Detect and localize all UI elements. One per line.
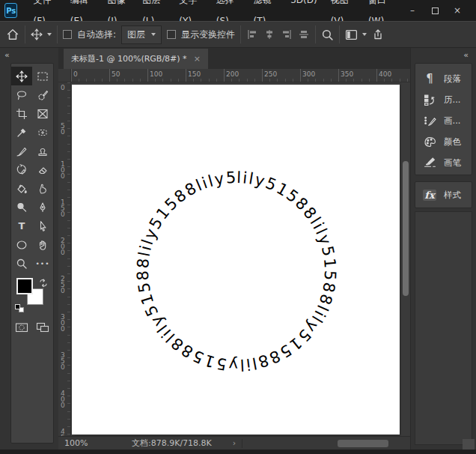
default-colors-icon[interactable] — [15, 304, 25, 313]
collapse-panels-icon[interactable]: « — [463, 50, 469, 60]
show-transform-label: 显示变换控件 — [181, 28, 235, 41]
rectangular-marquee-tool[interactable] — [32, 67, 53, 85]
chevron-down-icon — [151, 33, 156, 36]
canvas[interactable]: lily51588lily51588lily51588lily51588lily… — [72, 85, 400, 435]
document-tab[interactable]: 未标题-1 @ 100%(RGB/8#) * × — [64, 49, 208, 69]
tab-close-icon[interactable]: × — [194, 54, 201, 64]
ruler-tick-label: 350 — [341, 70, 353, 78]
panel-group-styles: fx 样式 — [415, 181, 472, 208]
panel-tab-brushes[interactable]: 画笔 — [415, 152, 472, 173]
ruler-minor-ticks — [67, 82, 70, 436]
divider — [315, 25, 316, 43]
zoom-tool[interactable] — [11, 254, 32, 273]
zoom-level[interactable]: 100% — [64, 438, 103, 448]
divider — [240, 25, 241, 43]
panel-tab-history[interactable]: 历... — [415, 89, 472, 110]
search-icon[interactable] — [321, 28, 334, 41]
panel-tab-color[interactable]: 颜色 — [415, 131, 472, 152]
window-bottom-edge — [0, 450, 476, 454]
show-transform-checkbox[interactable] — [167, 30, 176, 39]
brush-settings-icon — [422, 115, 437, 127]
maximize-icon — [432, 7, 439, 14]
type-tool[interactable]: T — [11, 217, 32, 235]
panel-tab-paragraph[interactable]: ¶ 段落 — [415, 68, 472, 89]
color-swatches-widget — [11, 277, 53, 315]
dodge-tool[interactable] — [11, 198, 32, 217]
home-icon[interactable] — [6, 28, 19, 41]
move-tool-preset[interactable] — [31, 28, 52, 40]
crop-tool[interactable] — [11, 104, 32, 123]
brush-tool[interactable] — [11, 142, 32, 160]
ruler-tick-label: 400 — [61, 390, 67, 408]
horizontal-ruler: 050100150200250300350400 — [71, 69, 410, 82]
panel-tab-brush-settings[interactable]: 画... — [415, 110, 472, 131]
eyedropper-tool[interactable] — [11, 123, 32, 142]
document-size-info: 文档:878.9K/718.8K — [132, 438, 212, 449]
status-bar: 100% 文档:878.9K/718.8K › — [58, 436, 410, 450]
window-controls: – × — [401, 1, 469, 19]
smudge-tool[interactable] — [32, 179, 53, 198]
ellipse-tool[interactable] — [11, 235, 32, 254]
align-left-edges-icon[interactable] — [246, 28, 258, 40]
pasteboard: lily51588lily51588lily51588lily51588lily… — [72, 82, 400, 436]
ruler-tick-label: 200 — [61, 237, 67, 255]
document-area: 未标题-1 @ 100%(RGB/8#) * × 050100150200250… — [58, 48, 410, 450]
distribute-icon[interactable] — [298, 28, 310, 40]
toolbar: T ••• — [10, 63, 54, 444]
auto-select-label: 自动选择: — [77, 28, 116, 41]
auto-select-checkbox[interactable] — [63, 30, 72, 39]
hand-tool[interactable] — [32, 235, 53, 254]
history-brush-tool[interactable] — [11, 160, 32, 179]
ruler-tick-label: 50 — [61, 123, 67, 135]
maximize-button[interactable] — [424, 1, 446, 19]
status-expand-icon[interactable]: › — [233, 438, 236, 448]
ruler-tick-label: 350 — [61, 352, 67, 370]
ruler-tick-label: 150 — [188, 70, 201, 78]
paragraph-icon: ¶ — [422, 72, 437, 85]
align-horizontal-centers-icon[interactable] — [263, 28, 275, 40]
ruler-tick-label: 100 — [150, 70, 162, 78]
chevron-down-icon — [362, 33, 367, 36]
ruler-tick-label: 45 — [61, 429, 67, 436]
photoshop-window: Ps 文件(F)编辑(E)图像(I)图层(L)文字(Y)选择(S)滤镜(T)3D… — [0, 0, 476, 454]
divider — [242, 439, 242, 448]
close-button[interactable]: × — [446, 1, 469, 19]
move-tool[interactable] — [11, 67, 32, 85]
quick-mask-button[interactable] — [11, 318, 32, 336]
eraser-tool[interactable] — [32, 160, 53, 179]
brushes-icon — [422, 157, 437, 169]
more-tools-icon[interactable]: ••• — [32, 254, 53, 273]
panel-tab-styles[interactable]: fx 样式 — [415, 184, 461, 205]
spot-healing-brush-tool[interactable] — [32, 123, 53, 142]
foreground-color[interactable] — [16, 278, 33, 294]
horizontal-scrollbar-thumb[interactable] — [338, 440, 388, 447]
clone-stamp-tool[interactable] — [32, 142, 53, 160]
path-selection-tool[interactable] — [32, 217, 53, 235]
ruler-tick-label: 100 — [61, 161, 67, 179]
horizontal-scrollbar[interactable] — [248, 439, 407, 448]
minimize-button[interactable]: – — [401, 1, 424, 19]
resize-corner[interactable] — [463, 439, 475, 450]
workspace-switcher-icon[interactable] — [345, 29, 367, 40]
vertical-ruler: 05010015020025030035040045 — [58, 82, 71, 436]
panels-dock: « ¶ 段落 历... 画... — [410, 48, 476, 450]
collapse-tools-icon[interactable]: « — [4, 50, 10, 60]
lasso-tool[interactable] — [11, 85, 32, 104]
ruler-tick-label: 150 — [61, 199, 67, 217]
pen-tool[interactable] — [32, 198, 53, 217]
ruler-tick-label: 50 — [112, 70, 120, 78]
auto-select-dropdown[interactable]: 图层 — [121, 25, 162, 44]
screen-mode-button[interactable] — [32, 318, 53, 336]
panel-group: ¶ 段落 历... 画... — [415, 63, 472, 175]
vertical-scrollbar[interactable] — [400, 82, 410, 436]
quick-selection-tool[interactable] — [32, 85, 53, 104]
vertical-scrollbar-thumb[interactable] — [403, 161, 409, 296]
title-bar: Ps 文件(F)编辑(E)图像(I)图层(L)文字(Y)选择(S)滤镜(T)3D… — [0, 0, 476, 21]
paint-bucket-tool[interactable] — [11, 179, 32, 198]
share-icon[interactable] — [372, 28, 384, 40]
divider — [339, 25, 340, 43]
align-right-edges-icon[interactable] — [281, 28, 293, 40]
frame-tool[interactable] — [32, 104, 53, 123]
fx-styles-icon: fx — [422, 190, 437, 201]
auto-select-value: 图层 — [127, 28, 145, 41]
